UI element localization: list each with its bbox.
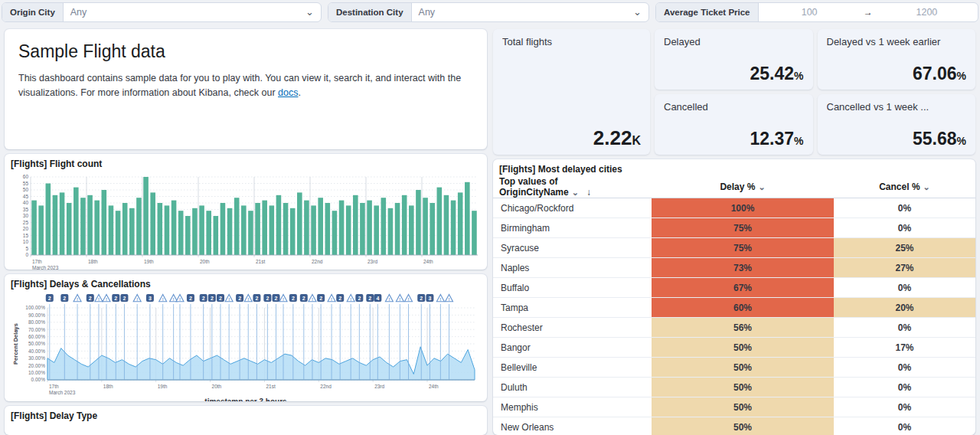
annotation-warning-icon[interactable]: ! [74, 294, 81, 301]
annotation-warning-icon[interactable]: ! [436, 294, 444, 301]
cell-cancel-pct[interactable]: 0% [834, 397, 975, 417]
table-row[interactable]: Syracuse75%25% [493, 238, 975, 258]
annotation-badge[interactable]: 2 [208, 294, 216, 302]
table-row[interactable]: Buffalo67%0% [493, 278, 975, 298]
annotation-warning-icon[interactable]: ! [103, 294, 110, 301]
cell-delay-pct[interactable]: 50% [652, 397, 834, 417]
annotation-warning-icon[interactable]: ! [385, 294, 393, 301]
ticket-price-min-input[interactable]: 100 [759, 7, 861, 18]
cell-cancel-pct[interactable]: 25% [834, 238, 975, 258]
annotation-warning-icon[interactable]: ! [405, 294, 413, 301]
annotation-warning-icon[interactable]: ! [244, 294, 252, 301]
cell-cancel-pct[interactable]: 0% [834, 318, 975, 338]
table-row[interactable]: Birmingham75%0% [493, 218, 975, 238]
cell-origin-city[interactable]: Memphis [493, 397, 652, 417]
column-header-delay-pct[interactable]: Delay %⌄ [652, 176, 834, 198]
chevron-down-icon[interactable]: ⌄ [633, 8, 642, 16]
cell-cancel-pct[interactable]: 0% [834, 278, 975, 298]
table-row[interactable]: Naples73%27% [493, 258, 975, 278]
cell-origin-city[interactable]: Buffalo [493, 278, 652, 298]
cell-origin-city[interactable]: Bangor [493, 338, 652, 358]
annotation-badge[interactable]: 2 [273, 294, 280, 302]
cell-cancel-pct[interactable]: 0% [834, 218, 975, 238]
table-row[interactable]: Memphis50%0% [493, 397, 975, 417]
chevron-down-icon[interactable]: ⌄ [305, 8, 314, 16]
annotation-warning-icon[interactable]: ! [347, 294, 354, 301]
annotation-badge[interactable]: 3 [426, 294, 433, 302]
cell-origin-city[interactable]: New Orleans [493, 417, 652, 435]
cell-delay-pct[interactable]: 73% [652, 258, 834, 278]
cell-cancel-pct[interactable]: 20% [834, 298, 975, 318]
filter-origin-city[interactable]: Origin City Any ⌄ [2, 2, 322, 22]
cell-delay-pct[interactable]: 60% [652, 298, 834, 318]
annotation-badge[interactable]: 3 [146, 294, 154, 302]
annotation-badge[interactable]: 2 [417, 294, 425, 302]
chevron-down-icon[interactable]: ⌄ [572, 188, 579, 197]
column-header-cancel-pct[interactable]: Cancel %⌄ [834, 176, 975, 198]
annotation-badge[interactable]: 2 [366, 294, 374, 302]
cell-delay-pct[interactable]: 50% [652, 378, 834, 397]
annotation-badge[interactable]: 2 [300, 294, 308, 302]
cell-cancel-pct[interactable]: 0% [834, 417, 975, 435]
annotation-badge[interactable]: 2 [46, 294, 54, 302]
annotation-warning-icon[interactable]: ! [133, 294, 141, 301]
filter-destination-city[interactable]: Destination City Any ⌄ [328, 2, 649, 22]
chevron-down-icon[interactable]: ⌄ [758, 182, 765, 191]
cell-origin-city[interactable]: Chicago/Rockford [493, 198, 652, 218]
annotation-badge[interactable]: 2 [355, 294, 363, 302]
annotation-badge[interactable]: 2 [263, 294, 271, 302]
cell-cancel-pct[interactable]: 27% [834, 258, 975, 278]
cell-delay-pct[interactable]: 75% [652, 218, 834, 238]
cell-delay-pct[interactable]: 50% [652, 358, 834, 378]
cell-delay-pct[interactable]: 50% [652, 338, 834, 358]
cell-delay-pct[interactable]: 75% [652, 238, 834, 258]
annotation-warning-icon[interactable]: ! [176, 294, 184, 301]
annotation-badge[interactable]: 2 [253, 294, 260, 302]
cell-origin-city[interactable]: Belleville [493, 358, 652, 378]
cell-origin-city[interactable]: Tampa [493, 298, 652, 318]
delays-area-chart[interactable]: Percent Delays100.00%90.00%80.00%70.00%6… [11, 293, 481, 397]
origin-city-value[interactable]: Any [64, 7, 305, 18]
docs-link[interactable]: docs [278, 87, 298, 98]
annotation-warning-icon[interactable]: ! [328, 294, 335, 301]
cell-cancel-pct[interactable]: 0% [834, 358, 975, 378]
annotation-badge[interactable]: 2 [236, 294, 243, 302]
annotation-warning-icon[interactable]: ! [396, 294, 403, 301]
cell-delay-pct[interactable]: 56% [652, 318, 834, 338]
ticket-price-max-input[interactable]: 1200 [876, 7, 978, 18]
cell-cancel-pct[interactable]: 0% [834, 198, 975, 218]
table-row[interactable]: Belleville50%0% [493, 358, 975, 378]
annotation-warning-icon[interactable]: ! [225, 294, 233, 301]
annotation-badge[interactable]: 4 [374, 294, 381, 302]
chevron-down-icon[interactable]: ⌄ [923, 182, 930, 191]
annotation-badge[interactable]: 2 [317, 294, 325, 302]
filter-average-ticket-price[interactable]: Average Ticket Price 100 → 1200 [655, 2, 978, 22]
table-row[interactable]: Rochester56%0% [493, 318, 975, 338]
annotation-warning-icon[interactable]: ! [95, 294, 103, 301]
column-header-origin-city[interactable]: Top values of OriginCityName⌄↓ [493, 176, 652, 198]
annotation-warning-icon[interactable]: ! [279, 294, 287, 301]
annotation-warning-icon[interactable]: ! [159, 294, 167, 301]
annotation-badge[interactable]: 2 [200, 294, 207, 302]
cell-origin-city[interactable]: Birmingham [493, 218, 652, 238]
cell-delay-pct[interactable]: 100% [652, 198, 834, 218]
cell-origin-city[interactable]: Duluth [493, 378, 652, 397]
cell-origin-city[interactable]: Naples [493, 258, 652, 278]
annotation-badge[interactable]: 2 [120, 294, 128, 302]
sort-descending-icon[interactable]: ↓ [586, 187, 591, 198]
cell-cancel-pct[interactable]: 0% [834, 378, 975, 397]
annotation-badge[interactable]: 2 [112, 294, 119, 302]
cell-origin-city[interactable]: Rochester [493, 318, 652, 338]
cell-delay-pct[interactable]: 67% [652, 278, 834, 298]
annotation-badge[interactable]: 2 [336, 294, 344, 302]
annotation-badge[interactable]: 2 [87, 294, 94, 302]
annotation-warning-icon[interactable]: ! [309, 294, 316, 301]
destination-city-value[interactable]: Any [412, 7, 634, 18]
table-row[interactable]: Tampa60%20% [493, 298, 975, 318]
annotation-badge[interactable]: 2 [60, 294, 68, 302]
annotation-badge[interactable]: 2 [217, 294, 224, 302]
cell-delay-pct[interactable]: 50% [652, 417, 834, 435]
annotation-warning-icon[interactable]: ! [446, 294, 453, 301]
table-row[interactable]: New Orleans50%0% [493, 417, 975, 435]
annotation-badge[interactable]: 2 [289, 294, 297, 302]
